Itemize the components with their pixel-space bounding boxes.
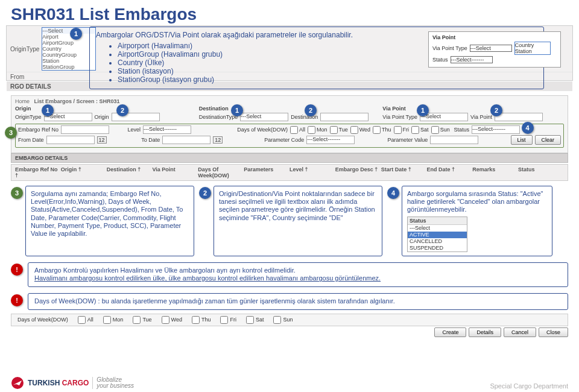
dow-wed-lbl: Wed <box>359 127 370 133</box>
col-refno[interactable]: Embargo Ref No † <box>15 166 61 179</box>
status-opt-select[interactable]: ---Select <box>408 225 467 232</box>
col-origin[interactable]: Origin † <box>61 166 107 179</box>
todate-lbl: To Date <box>141 137 160 143</box>
viapoint-status-label: Status <box>432 57 448 63</box>
dow2-thu-lbl: Thu <box>201 317 211 323</box>
status-dropdown-sample: Status ---Select ACTIVE CANCELLED SUSPEN… <box>407 217 467 252</box>
dow2-mon-lbl: Mon <box>113 317 124 323</box>
intro-item: StationGroup (istasyon grubu) <box>118 75 537 84</box>
col-level[interactable]: Level † <box>290 166 335 179</box>
dow2-sat[interactable] <box>246 316 254 324</box>
paramcode-sel[interactable]: ---Select------- <box>306 136 355 144</box>
intro-item: Station (istasyon) <box>118 67 537 75</box>
alert-1a: Ambargo Kontrolü yapılırken Havalimanı v… <box>34 267 296 274</box>
badge-4-callout: 4 <box>387 187 399 199</box>
dow-mon-lbl: Mon <box>317 127 327 133</box>
col-remarks[interactable]: Remarks <box>472 166 518 179</box>
opt-airport[interactable]: Airport <box>42 34 95 40</box>
opt-country[interactable]: Country <box>42 46 95 52</box>
opt-station[interactable]: Station <box>42 58 95 64</box>
dow2-wed-lbl: Wed <box>171 317 182 323</box>
status-sel[interactable]: ---Select------- <box>472 125 520 134</box>
status-lbl: Status <box>454 127 469 133</box>
desttype-sel[interactable]: ---Select <box>240 113 288 121</box>
dow-strip-lbl: Days of Week(DOW) <box>17 317 68 323</box>
alert-1: Ambargo Kontrolü yapılırken Havalimanı v… <box>28 262 568 288</box>
dow-mon[interactable] <box>308 126 315 134</box>
filter-panel: Home List Embargos / Screen : SHR031 Ori… <box>11 95 568 153</box>
dow-sat-lbl: Sat <box>420 127 429 133</box>
from-label: From <box>10 74 24 80</box>
viatype-lbl: Via Point Type <box>382 114 417 120</box>
cancel-button[interactable]: Cancel <box>504 327 536 337</box>
green-outline: 3 Embargo Ref No Level---Select------- D… <box>15 124 564 148</box>
col-via[interactable]: Via Point <box>152 166 198 179</box>
dow-tue[interactable] <box>330 126 338 134</box>
status-opt-active[interactable]: ACTIVE <box>408 232 467 238</box>
fromdate-input[interactable] <box>46 136 95 144</box>
col-status[interactable]: Status <box>518 166 564 179</box>
col-params[interactable]: Parameters <box>244 166 290 179</box>
alert-badge-2: ! <box>11 294 23 306</box>
dow2-mon[interactable] <box>103 316 111 324</box>
viapoint-options[interactable]: Country Station <box>514 42 551 55</box>
screen-label: List Embargos / Screen : SHR031 <box>34 98 120 104</box>
details-button[interactable]: Details <box>469 327 501 337</box>
vp-opt-country[interactable]: Country <box>515 42 550 48</box>
col-dest[interactable]: Destination † <box>107 166 153 179</box>
col-dow[interactable]: Days Of Week(DOW) <box>198 166 244 179</box>
dow-all[interactable] <box>290 126 298 134</box>
create-button[interactable]: Create <box>434 327 466 337</box>
badge-col-1a: 1 <box>42 104 54 116</box>
dow-sat[interactable] <box>411 126 419 134</box>
dow2-fri[interactable] <box>220 316 228 324</box>
col-desc[interactable]: Embargo Desc † <box>335 166 381 179</box>
paramval-input[interactable] <box>430 136 478 144</box>
clear-button[interactable]: Clear <box>535 135 562 145</box>
dow-lbl: Days of Week(DOW) <box>237 127 288 133</box>
tk-bird-icon <box>11 376 24 390</box>
vp-opt-station[interactable]: Station <box>515 48 550 54</box>
status-opt-cancelled[interactable]: CANCELLED <box>408 238 467 245</box>
dow-sun[interactable] <box>431 126 439 134</box>
col-start[interactable]: Start Date † <box>381 166 427 179</box>
home-link[interactable]: Home <box>15 98 30 104</box>
embref-input[interactable] <box>61 125 109 134</box>
close-button[interactable]: Close <box>539 327 568 337</box>
viapoint-status-sel[interactable]: ---Select------- <box>451 56 493 63</box>
dow2-tue[interactable] <box>133 316 141 324</box>
opt-stationgroup[interactable]: StationGroup <box>42 64 95 70</box>
dow-wed[interactable] <box>350 126 358 134</box>
via-input[interactable] <box>495 113 543 121</box>
table-header: Embargo Ref No † Origin † Destination † … <box>11 164 568 181</box>
cal-icon[interactable]: 12 <box>97 136 107 144</box>
logo: TURKISH CARGO Globalize your business <box>11 376 134 390</box>
dest-input[interactable] <box>320 113 369 121</box>
dow-fri[interactable] <box>394 126 402 134</box>
opt-countrygroup[interactable]: CountryGroup <box>42 52 95 58</box>
todate-input[interactable] <box>162 136 210 144</box>
dow2-all[interactable] <box>78 316 86 324</box>
badge-col-2a: 2 <box>116 104 128 116</box>
status-opt-suspended[interactable]: SUSPENDED <box>408 245 467 251</box>
dow-fri-lbl: Fri <box>403 127 410 133</box>
badge-2-callout: 2 <box>199 187 211 199</box>
badge-col-1c: 1 <box>417 104 429 116</box>
department: Special Cargo Department <box>490 382 568 390</box>
list-button[interactable]: List <box>511 135 533 145</box>
opt-airportgroup[interactable]: AirportGroup <box>42 40 95 46</box>
cal-icon[interactable]: 12 <box>213 136 223 144</box>
col-end[interactable]: End Date † <box>426 166 472 179</box>
badge-3-filter: 3 <box>5 127 17 139</box>
viapoint-type-sel[interactable]: ---Select <box>470 45 512 52</box>
callout-4: Ambargo sorgulama sırasında Status: "Act… <box>402 186 552 256</box>
brand-turkish: TURKISH <box>28 379 60 387</box>
origintype-placeholder[interactable]: ---Select <box>42 28 95 34</box>
dow2-thu[interactable] <box>192 316 200 324</box>
dow2-tue-lbl: Tue <box>142 317 151 323</box>
level-sel[interactable]: ---Select------- <box>143 125 191 134</box>
dow-thu[interactable] <box>373 126 381 134</box>
dow2-wed[interactable] <box>162 316 169 324</box>
dow2-sun[interactable] <box>273 316 281 324</box>
badge-col-2b: 2 <box>305 104 317 116</box>
